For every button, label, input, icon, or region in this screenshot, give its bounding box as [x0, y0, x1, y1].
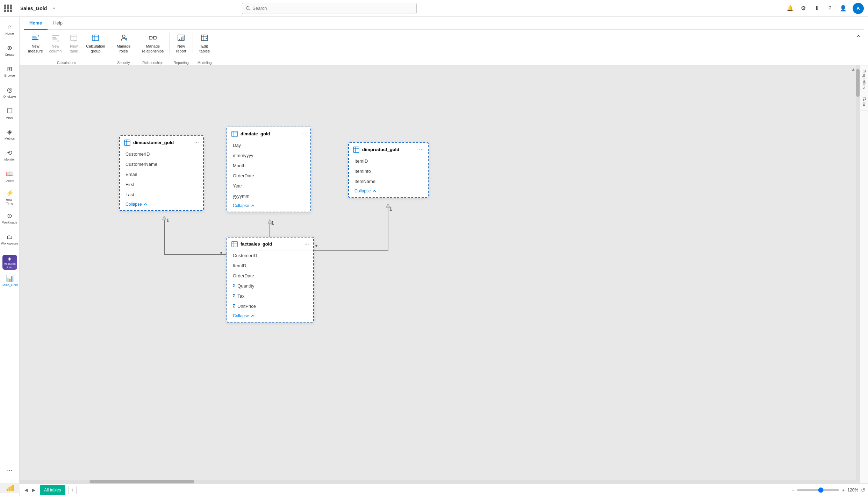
model-canvas[interactable]: ▲ 1 * — [20, 65, 860, 483]
app-name[interactable]: Sales_Gold — [20, 6, 47, 11]
svg-text:fx: fx — [57, 39, 59, 42]
zoom-slider[interactable] — [797, 489, 839, 491]
help-icon[interactable]: ? — [826, 5, 834, 12]
ribbon-group-relationships: Managerelationships Relationships — [139, 33, 166, 65]
nav-next-btn[interactable]: ▶ — [30, 487, 37, 494]
download-icon[interactable]: ⬇ — [813, 5, 820, 12]
add-tab-button[interactable]: + — [68, 486, 77, 494]
manage-roles-button[interactable]: + Manageroles — [114, 33, 134, 60]
h-scrollbar-thumb[interactable] — [89, 480, 194, 483]
field-itemname[interactable]: ItemName — [349, 176, 428, 186]
table-factsales-menu[interactable]: ··· — [304, 241, 309, 247]
sidebar-more[interactable]: ··· — [1, 460, 18, 480]
tab-help[interactable]: Help — [48, 17, 68, 30]
tab-home[interactable]: Home — [24, 17, 48, 30]
field-month[interactable]: Month — [227, 161, 310, 171]
sidebar-item-onelake[interactable]: ◎ OneLake — [1, 83, 18, 102]
table-dimcustomer: dimcustomer_gold ··· CustomerID Customer… — [119, 135, 204, 211]
sidebar-item-workspaces[interactable]: 🗂 Workspaces — [1, 229, 18, 249]
new-table-button[interactable]: fx Newtable — [65, 33, 83, 60]
learn-icon: 📖 — [6, 170, 14, 178]
sidebar-item-learn[interactable]: 📖 Learn — [1, 166, 18, 186]
avatar[interactable]: A — [853, 3, 864, 14]
field-orderdate[interactable]: OrderDate — [227, 171, 310, 181]
table-dimproduct-menu[interactable]: ··· — [419, 147, 424, 153]
create-icon: ⊕ — [7, 44, 12, 52]
collapse-dimproduct[interactable]: Collapse — [349, 186, 428, 197]
collapse-dimdate[interactable]: Collapse — [227, 201, 310, 212]
svg-rect-2 — [6, 489, 8, 491]
field-quantity[interactable]: Σ Quantity — [227, 281, 313, 291]
app-dropdown-arrow[interactable]: ▾ — [53, 6, 55, 10]
svg-rect-11 — [52, 37, 56, 38]
search-input[interactable] — [252, 6, 413, 11]
sidebar-item-browse[interactable]: ⊞ Browse — [1, 62, 18, 81]
new-measure-label: Newmeasure — [28, 44, 43, 54]
nav-prev-btn[interactable]: ◀ — [22, 487, 29, 494]
sidebar-item-workloads[interactable]: ⊙ Workloads — [1, 208, 18, 228]
manage-relationships-button[interactable]: Managerelationships — [139, 33, 166, 60]
field-customername[interactable]: CustomerName — [120, 159, 203, 169]
edit-tables-label: Edittables — [200, 44, 210, 54]
reporting-group-name: Reporting — [172, 60, 190, 65]
refresh-btn[interactable]: ↺ — [861, 487, 865, 493]
sidebar-item-salesgold[interactable]: 📊 Sales_Gold — [1, 271, 18, 291]
table-dimcustomer-title: dimcustomer_gold — [124, 140, 174, 146]
svg-line-1 — [249, 9, 250, 10]
h-scrollbar[interactable] — [20, 480, 860, 483]
new-measure-button[interactable]: fx Newmeasure — [25, 33, 46, 60]
properties-panel-tab[interactable]: Properties — [860, 65, 868, 93]
field-yyyymm[interactable]: yyyymm — [227, 191, 310, 201]
field-day[interactable]: Day — [227, 140, 310, 150]
notification-icon[interactable]: 🔔 — [786, 5, 794, 12]
data-panel-tab[interactable]: Data — [860, 93, 868, 111]
field-email[interactable]: Email — [120, 169, 203, 179]
sidebar-item-create[interactable]: ⊕ Create — [1, 41, 18, 60]
sidebar-item-metrics[interactable]: ◈ Metrics — [1, 125, 18, 144]
manage-relationships-icon — [149, 34, 157, 43]
vscroll-up[interactable]: ▲ — [851, 67, 855, 72]
v-scrollbar-thumb[interactable] — [856, 69, 860, 97]
settings-icon[interactable]: ⚙ — [799, 5, 807, 12]
topbar-actions: 🔔 ⚙ ⬇ ? 👤 A — [786, 3, 864, 14]
zoom-level-label: 120% — [847, 488, 858, 493]
field-customerid[interactable]: CustomerID — [120, 149, 203, 159]
table-dimdate-menu[interactable]: ··· — [302, 131, 306, 137]
grid-menu-icon[interactable] — [4, 5, 16, 12]
waffle-icon[interactable] — [4, 5, 12, 12]
field-mmmyyyy[interactable]: mmmyyyy — [227, 150, 310, 161]
zoom-plus-btn[interactable]: + — [842, 487, 845, 493]
edit-tables-button[interactable]: Edittables — [196, 33, 213, 60]
table-dimcustomer-menu[interactable]: ··· — [194, 140, 199, 146]
new-column-button[interactable]: fx Newcolumn — [46, 33, 64, 60]
field-year[interactable]: Year — [227, 181, 310, 191]
sidebar-item-realtime[interactable]: ⚡ Real-Time — [1, 187, 18, 207]
field-itemid[interactable]: ItemID — [349, 156, 428, 166]
sidebar-item-apps[interactable]: ❏ Apps — [1, 104, 18, 123]
field-fact-customerid[interactable]: CustomerID — [227, 250, 313, 261]
sidebar-item-medallion[interactable]: ◈ Medallion Lab — [2, 255, 17, 270]
field-iteminfo[interactable]: ItemInfo — [349, 166, 428, 176]
svg-rect-28 — [179, 39, 180, 40]
collapse-dimcustomer[interactable]: Collapse — [120, 200, 203, 210]
sidebar-item-monitor[interactable]: ⟲ Monitor — [1, 146, 18, 165]
manage-roles-icon: + — [120, 34, 128, 43]
sidebar-item-home[interactable]: ⌂ Home — [1, 20, 18, 39]
ribbon-collapse-btn[interactable] — [855, 33, 862, 41]
table-dimcustomer-icon — [124, 140, 130, 146]
field-fact-orderdate[interactable]: OrderDate — [227, 271, 313, 281]
field-last[interactable]: Last — [120, 190, 203, 200]
field-first[interactable]: First — [120, 179, 203, 190]
all-tables-tab[interactable]: All tables — [40, 485, 65, 495]
share-icon[interactable]: 👤 — [839, 5, 847, 12]
table-dimdate-title: dimdate_gold — [231, 131, 270, 137]
collapse-factsales[interactable]: Collapse — [227, 311, 313, 322]
field-fact-itemid[interactable]: ItemID — [227, 261, 313, 271]
zoom-minus-btn[interactable]: − — [791, 487, 794, 493]
calc-group-button[interactable]: Calculationgroup — [83, 33, 108, 60]
sidebar-browse-label: Browse — [4, 74, 15, 78]
new-report-button[interactable]: Newreport — [172, 33, 190, 60]
field-tax[interactable]: Σ Tax — [227, 291, 313, 301]
v-scrollbar[interactable] — [856, 65, 860, 480]
field-unitprice[interactable]: Σ UnitPrice — [227, 301, 313, 311]
